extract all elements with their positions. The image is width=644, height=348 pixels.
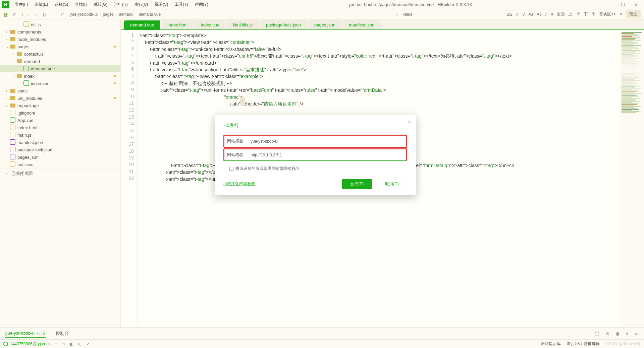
console-clear-icon[interactable]: ⊘ [606,331,609,336]
sb-icon[interactable]: ◧ [70,342,73,346]
file-tree[interactable]: util.js›components›node_modules⌄pages›co… [0,19,121,327]
checkbox-icon[interactable] [229,167,233,171]
tree-label: manifest.json [17,140,43,145]
preview-button[interactable]: 预览 [626,10,641,18]
console-stop-icon[interactable]: ◯ [595,331,600,336]
tab-index-vue[interactable]: index.vue [195,20,226,29]
sb-icon[interactable]: ≡ [54,342,57,346]
tree-item[interactable]: ⌄demand [0,58,120,65]
tree-label: contactUs [24,52,44,57]
cli-tutorial-link[interactable]: cli程序化部署教程 [223,181,255,187]
tree-label: static [17,88,28,93]
tree-item[interactable]: ›unpackage [0,102,120,109]
login-email[interactable]: 1443750986@qq.com [10,342,50,346]
file-icon [10,110,17,116]
find-prev[interactable]: 上一个 [568,11,580,17]
run-icon[interactable]: ▷ [43,12,47,17]
sidebar-collapse-icon[interactable]: ‹ [240,96,245,106]
menu-tools[interactable]: 工具(T) [171,2,191,7]
tree-item[interactable]: App.vue [0,117,120,124]
tab-pages-json[interactable]: pages.json [308,20,341,29]
menu-goto[interactable]: 跳转(G) [90,2,111,7]
sb-icon[interactable]: ▭ [61,342,65,346]
folder-icon [10,37,15,41]
console-expand-icon[interactable]: ∧ [626,331,629,336]
find-regex-icon[interactable]: .* [545,12,548,17]
user-icon[interactable] [3,342,8,346]
breadcrumb-seg[interactable]: demand [119,12,133,17]
tree-item[interactable]: index.vue [0,80,120,87]
menu-publish[interactable]: 发行(U) [131,2,152,7]
syntax-lib[interactable]: 语法提示库 [541,341,561,347]
find-case-icon[interactable]: Aa [529,12,534,17]
find-close-icon[interactable]: ✕ [619,12,623,17]
minimap[interactable] [620,30,644,327]
file-icon [10,161,17,168]
sb-icon[interactable]: ⤢ [86,342,90,346]
minimize-icon[interactable]: ─ [609,2,612,7]
publish-button[interactable]: 发行(P) [342,179,372,189]
tree-item[interactable]: ›contactUs [0,50,120,58]
menu-run[interactable]: 运行(R) [111,2,131,7]
tree-item[interactable]: ›components [0,28,120,36]
console-tab-console[interactable]: 控制台 [55,329,69,338]
breadcrumb-leaf[interactable]: demand.vue [139,12,161,17]
sb-icon[interactable]: ⊞ [78,342,82,346]
find-replace[interactable]: 替换区<< [599,11,616,17]
modal-close-icon[interactable]: × [408,119,411,126]
app-logo: H [2,1,9,8]
cancel-button[interactable]: 取消(C) [377,179,407,189]
tree-item[interactable]: pages.json [0,153,120,161]
star-icon[interactable]: ☆ [34,12,39,17]
console-tab-project[interactable]: yue-yst-bbdb-ui - H5 [5,329,46,338]
find-input[interactable]: value [403,12,503,17]
menu-edit[interactable]: 编辑(E) [31,2,51,7]
tab-demand-vue[interactable]: demand.vue [124,20,160,29]
input-domain[interactable]: http://19.1 0.2 5.1 [251,153,404,157]
find-word-icon[interactable]: Ab [537,12,542,17]
find-selectall[interactable]: 全选 [557,11,565,17]
tree-item[interactable]: ›static [0,87,120,94]
input-site-title[interactable]: yue-yst-bbdb-ui [251,139,404,144]
find-bar: value 2/2 ∧ ∨ Aa Ab .* ≡ 全选 上一个 下一个 替换区<… [403,10,641,18]
tree-item[interactable]: ›uni_modules [0,94,120,102]
tree-item[interactable]: util.js [0,21,120,28]
save-icon[interactable]: 🗎 [12,12,17,17]
folder-icon [17,52,22,56]
breadcrumb-root[interactable]: yue-yst-bbdb-ui [70,12,98,17]
breadcrumb-seg[interactable]: pages [103,12,114,17]
search-icon[interactable]: ⌕ [395,12,398,17]
tree-item[interactable]: ⌄index [0,72,120,80]
tab-manifest[interactable]: manifest.json [343,20,381,29]
maximize-icon[interactable]: ☐ [621,2,625,7]
menu-find[interactable]: 查找(I) [71,2,90,7]
forward-icon[interactable]: › [28,12,30,17]
tree-item[interactable]: demand.vue [0,65,120,72]
menu-view[interactable]: 视图(V) [151,2,171,7]
find-prev-icon[interactable]: ∧ [516,12,519,17]
menu-file[interactable]: 文件(F) [11,2,31,7]
back-icon[interactable]: ‹ [22,12,23,17]
tree-item[interactable]: main.js [0,131,120,139]
tree-item[interactable]: ›node_modules [0,36,120,43]
menu-help[interactable]: 帮助(Y) [192,2,212,7]
tab-netutils[interactable]: NetUtils.js [227,20,259,29]
tab-package-lock[interactable]: package-lock.json [260,20,307,29]
closed-projects[interactable]: › 已关闭项目 [0,168,120,179]
console-copy-icon[interactable]: ▣ [615,331,620,336]
tree-item[interactable]: manifest.json [0,139,120,146]
tree-item[interactable]: package-lock.json [0,146,120,153]
tree-item[interactable]: uni.scss [0,161,120,168]
find-next-icon[interactable]: ∨ [522,12,525,17]
find-next[interactable]: 下一个 [584,11,596,17]
new-file-icon[interactable]: ▦ [3,12,8,17]
find-list-icon[interactable]: ≡ [551,12,553,17]
tree-item[interactable]: ⌄pages [0,43,120,50]
console-close-icon[interactable]: x↓ [635,331,639,336]
deploy-checkbox-row[interactable]: 将编译后的资源部署到前端网页托管 [223,162,407,174]
close-icon[interactable]: ✕ [634,2,638,7]
tree-item[interactable]: index.html [0,124,120,131]
tree-item[interactable]: .gitignore [0,109,120,117]
menu-select[interactable]: 选择(S) [51,2,71,7]
tab-index-html[interactable]: index.html [162,20,194,29]
